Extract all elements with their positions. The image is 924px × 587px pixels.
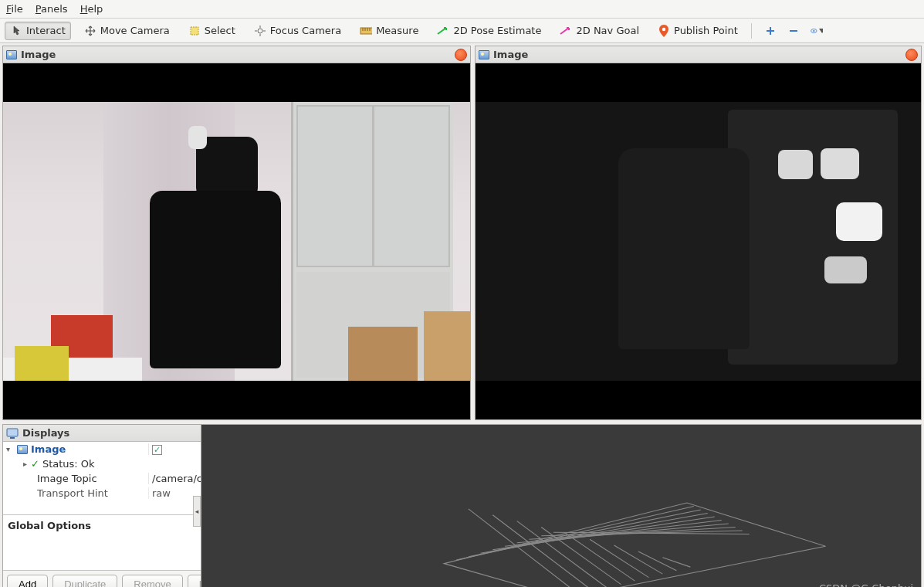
measure-label: Measure: [376, 25, 418, 36]
select-label: Select: [205, 25, 235, 36]
pose-estimate-tool[interactable]: 2D Pose Estimate: [432, 22, 547, 40]
interact-label: Interact: [26, 25, 66, 36]
image-icon: [479, 50, 489, 59]
move-camera-tool[interactable]: Move Camera: [79, 22, 175, 40]
interact-icon: [10, 25, 22, 37]
menubar: File Panels Help: [0, 0, 924, 19]
3d-view[interactable]: ◂ CSDN @G.Chenhui: [201, 424, 922, 587]
pose-estimate-label: 2D Pose Estimate: [453, 25, 541, 36]
image-panel-right: Image: [475, 46, 922, 420]
svg-rect-7: [10, 437, 15, 439]
image-topic-label: Image Topic: [37, 473, 148, 484]
measure-icon: [360, 25, 372, 37]
image-panel-left: Image: [2, 46, 471, 420]
expand-icon[interactable]: ▸: [23, 460, 31, 468]
focus-camera-tool[interactable]: Focus Camera: [249, 22, 347, 40]
toolbar-separator: [751, 23, 752, 39]
ok-check-icon: ✓: [31, 458, 39, 470]
menu-panels[interactable]: Panels: [36, 3, 68, 15]
menu-file[interactable]: File: [6, 3, 23, 15]
image-panel-left-header[interactable]: Image: [3, 46, 470, 63]
duplicate-button: Duplicate: [52, 575, 117, 587]
svg-rect-6: [7, 429, 18, 436]
nav-goal-tool[interactable]: 2D Nav Goal: [554, 22, 645, 40]
svg-rect-2: [360, 28, 372, 34]
grid-plane: [201, 425, 921, 587]
nav-goal-label: 2D Nav Goal: [576, 25, 639, 36]
measure-tool[interactable]: Measure: [354, 22, 424, 40]
move-camera-icon: [84, 25, 96, 37]
svg-point-5: [813, 29, 814, 31]
visibility-dropdown[interactable]: [811, 25, 823, 37]
svg-rect-0: [191, 27, 198, 35]
collapse-icon[interactable]: ▾: [6, 445, 14, 453]
depth-image-view[interactable]: [476, 63, 921, 419]
pin-icon: [658, 25, 670, 37]
image-panel-right-header[interactable]: Image: [476, 46, 921, 63]
close-icon[interactable]: [455, 49, 467, 61]
toolbar: Interact Move Camera Select Focus Camera…: [0, 19, 924, 43]
close-icon[interactable]: [905, 49, 918, 61]
add-icon[interactable]: [764, 25, 777, 37]
select-icon: [188, 25, 201, 37]
select-tool[interactable]: Select: [183, 22, 241, 40]
tree-root-label: Image: [31, 443, 148, 455]
collapse-handle[interactable]: ◂: [193, 496, 201, 527]
interact-tool[interactable]: Interact: [5, 22, 71, 40]
watermark-text: CSDN @G.Chenhui: [819, 582, 913, 587]
transport-hint-label: Transport Hint: [37, 487, 148, 499]
svg-point-3: [662, 27, 665, 30]
menu-help[interactable]: Help: [80, 3, 103, 15]
global-options-title: Global Options: [8, 520, 91, 531]
pose-arrow-icon: [437, 25, 449, 37]
publish-point-tool[interactable]: Publish Point: [652, 22, 743, 40]
focus-camera-label: Focus Camera: [270, 25, 341, 36]
image-panel-right-title: Image: [493, 49, 902, 60]
focus-camera-icon: [254, 25, 266, 37]
main-layout: Image: [0, 43, 924, 587]
image-icon: [17, 445, 28, 454]
remove-icon[interactable]: [787, 25, 800, 37]
nav-arrow-icon: [560, 25, 572, 37]
publish-point-label: Publish Point: [674, 25, 738, 36]
image-icon: [6, 50, 17, 59]
camera-image-view[interactable]: [3, 63, 470, 419]
displays-icon: [6, 427, 19, 439]
checkbox-icon[interactable]: ✓: [152, 445, 162, 455]
add-button[interactable]: Add: [7, 575, 48, 587]
image-panel-left-title: Image: [21, 49, 451, 60]
status-label: Status: Ok: [39, 458, 148, 470]
remove-button: Remove: [122, 575, 182, 587]
svg-point-1: [258, 29, 262, 33]
move-camera-label: Move Camera: [100, 25, 170, 36]
